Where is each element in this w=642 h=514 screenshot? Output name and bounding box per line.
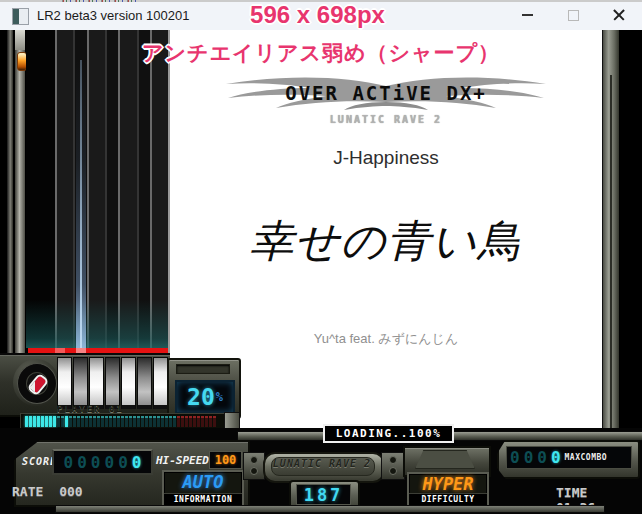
gauge-segment	[141, 416, 144, 427]
lane-cover-display: 20 %	[175, 380, 235, 414]
gauge-segment	[69, 416, 72, 427]
key-6	[137, 357, 152, 409]
left-frame-outer	[7, 30, 13, 353]
gauge-segment	[53, 416, 56, 427]
maximize-icon	[568, 10, 579, 21]
screw-icon	[389, 456, 397, 464]
auto-label: AUTO	[164, 473, 242, 492]
gauge-segment	[185, 416, 188, 427]
key-4	[105, 357, 120, 409]
screw-icon	[389, 467, 397, 475]
background-window-artifact	[62, 0, 140, 2]
gauge-segment	[33, 416, 36, 427]
note-lane-field	[26, 30, 170, 353]
gauge-segment	[77, 416, 80, 427]
gauge-segment	[93, 416, 96, 427]
gauge-segment	[189, 416, 192, 427]
key-1	[57, 357, 72, 409]
song-genre: J-Happiness	[170, 147, 602, 169]
gauge-segment	[165, 416, 168, 427]
rate-label: RATE	[12, 484, 43, 499]
gauge-segment	[157, 416, 160, 427]
gauge-segment	[45, 416, 48, 427]
auto-panel: AUTO INFORMATION	[162, 470, 244, 507]
logo-subtitle: LUNATIC RAVE 2	[216, 114, 556, 125]
gauge-segment	[161, 416, 164, 427]
rate-value: 000	[59, 484, 82, 499]
gauge-segment	[85, 416, 88, 427]
hispeed-label: HI-SPEED	[156, 454, 209, 467]
maximize-button[interactable]	[550, 0, 596, 30]
loading-status: LOADING..100%	[336, 428, 442, 439]
screw-icon	[250, 467, 258, 475]
gauge-segment	[173, 416, 176, 427]
key-3	[89, 357, 104, 409]
gauge-segment	[197, 416, 200, 427]
gauge-segment	[97, 416, 100, 427]
antialias-note: アンチエイリアス弱め（シャープ）	[142, 39, 500, 67]
gauge-segment	[145, 416, 148, 427]
gauge-segment	[153, 416, 156, 427]
gauge-segment	[73, 416, 76, 427]
gauge-segment	[57, 416, 60, 427]
maxcombo-bright-digit: 0	[551, 448, 561, 467]
score-bright-digit: 0	[132, 453, 142, 472]
window-title: LR2 beta3 version 100201	[37, 8, 190, 23]
loading-status-box: LOADING..100%	[323, 424, 454, 443]
brand-text: LUNATIC RAVE 2	[263, 458, 381, 469]
difficulty-label: DIFFICULTY	[409, 493, 487, 505]
app-icon	[12, 8, 29, 25]
gauge-segment	[49, 416, 52, 427]
close-button[interactable]	[596, 0, 642, 30]
lane-right-edge	[168, 30, 170, 353]
score-display: 00000 0	[52, 449, 153, 475]
key-7	[153, 357, 168, 409]
gauge-segment	[149, 416, 152, 427]
song-title: 幸せの青い鳥	[170, 212, 602, 271]
gauge-segment	[129, 416, 132, 427]
gauge-segment	[169, 416, 172, 427]
gauge-segment	[41, 416, 44, 427]
maxcombo-label: MAXCOMBO	[565, 453, 608, 462]
gauge-segment	[81, 416, 84, 427]
time-label: TIME	[556, 485, 587, 500]
lane-beam-glow	[26, 300, 168, 348]
minimize-button[interactable]	[504, 0, 550, 30]
song-artist: Yu^ta feat. みずにんじん	[170, 330, 602, 348]
gauge-segment	[205, 416, 208, 427]
left-frame-cap	[15, 30, 25, 50]
gauge-segment	[65, 416, 68, 427]
difficulty-plate-inset	[415, 450, 475, 469]
long-note-core	[80, 60, 82, 348]
right-frame-groove	[610, 75, 612, 428]
hispeed-value: 100	[215, 453, 237, 467]
gauge-segment	[37, 416, 40, 427]
gauge-segment	[193, 416, 196, 427]
gauge-segment	[105, 416, 108, 427]
hispeed-display: 100	[209, 451, 242, 469]
gauge-segment	[201, 416, 204, 427]
maxcombo-dim-digits: 000	[510, 448, 551, 467]
console-bottom-rail	[55, 505, 605, 513]
gauge-segment	[209, 416, 212, 427]
lr2-window: LR2 beta3 version 100201 596 x 698px	[0, 0, 642, 514]
gauge-segment	[61, 416, 64, 427]
lane-cover-unit: %	[216, 390, 223, 404]
bpm-display: 187	[296, 484, 351, 505]
gauge-segment	[121, 416, 124, 427]
gauge-segment	[89, 416, 92, 427]
panel-engraving	[176, 364, 230, 374]
logo-title: OVER ACTiVE DX+	[216, 82, 556, 104]
gauge-segment	[137, 416, 140, 427]
gauge-segment	[133, 416, 136, 427]
rail-connector-left	[243, 452, 265, 480]
information-label: INFORMATION	[164, 493, 242, 505]
difficulty-name: HYPER	[409, 475, 487, 494]
gauge-segment	[101, 416, 104, 427]
gauge-segment	[117, 416, 120, 427]
gauge-segment	[181, 416, 184, 427]
left-frame-inner	[15, 30, 25, 353]
gauge-segment	[29, 416, 32, 427]
lane-cover-value: 20	[187, 386, 215, 409]
score-dim-digits: 00000	[64, 453, 132, 472]
